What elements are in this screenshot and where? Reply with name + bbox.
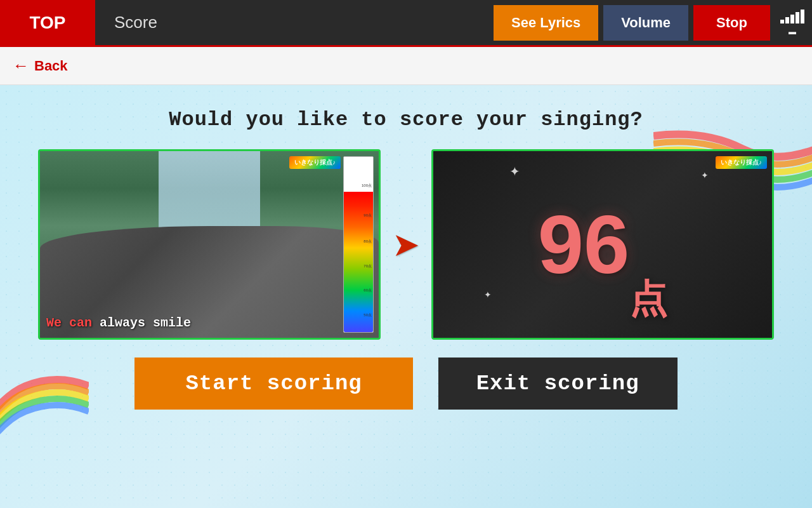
header: TOP Score See Lyrics Volume Stop ▬ — [0, 0, 812, 47]
top-button[interactable]: TOP — [0, 0, 95, 45]
volume-button[interactable]: Volume — [603, 5, 688, 41]
waterfall-scene — [40, 151, 379, 338]
score-tick-70: 70点 — [363, 264, 373, 269]
score-tick-100: 100点 — [362, 183, 373, 189]
question-text: Would you like to score your singing? — [169, 108, 643, 131]
score-tick-50: 50点 — [363, 312, 373, 318]
lyrics-highlighted: We can — [46, 316, 92, 330]
header-buttons: See Lyrics Volume Stop ▬ — [494, 5, 812, 41]
lyrics-plain: always smile — [92, 316, 191, 330]
right-video-card: ✦ ✦ ✦ 96 点 いきなり採点♪ — [431, 149, 774, 340]
sparkle-2: ✦ — [701, 170, 709, 180]
score-tick-90: 90点 — [363, 213, 373, 218]
back-arrow-icon: ← — [13, 56, 29, 76]
signal-bar-2 — [785, 17, 789, 23]
bottom-buttons: Start scoring Exit scoring — [134, 358, 677, 410]
right-badge: いきなり採点♪ — [716, 156, 767, 169]
signal-icon: ▬ — [775, 10, 804, 36]
signal-bar-5 — [801, 10, 804, 23]
signal-bar-4 — [796, 12, 799, 23]
stop-button[interactable]: Stop — [693, 5, 770, 41]
battery-icon: ▬ — [789, 27, 796, 36]
signal-bar-1 — [780, 20, 784, 23]
score-display: ✦ ✦ ✦ 96 点 — [433, 151, 772, 338]
see-lyrics-button[interactable]: See Lyrics — [494, 5, 598, 41]
start-scoring-button[interactable]: Start scoring — [134, 358, 412, 410]
back-label: Back — [34, 58, 68, 74]
main-content: Would you like to score your singing? 10… — [0, 85, 812, 508]
sparkle-3: ✦ — [484, 290, 492, 300]
back-link[interactable]: ← Back — [13, 56, 68, 76]
left-badge: いきなり採点♪ — [289, 156, 341, 169]
arrow-right-icon: ➤ — [392, 225, 420, 264]
score-tick-80: 80点 — [363, 239, 373, 244]
score-tick-60: 60点 — [363, 288, 373, 293]
exit-scoring-button[interactable]: Exit scoring — [438, 358, 678, 410]
score-label: Score — [95, 13, 494, 32]
signal-bar-3 — [790, 15, 794, 23]
rainbow-left-decoration — [0, 335, 89, 462]
score-unit: 点 — [629, 274, 667, 338]
signal-bars — [780, 10, 804, 23]
score-bar: 100点 90点 80点 70点 60点 50点 — [343, 156, 374, 333]
preview-area: 100点 90点 80点 70点 60点 50点 いきなり採点♪ We can … — [0, 149, 812, 340]
top-label: TOP — [29, 13, 65, 33]
sparkle-1: ✦ — [509, 164, 520, 179]
left-video-card: 100点 90点 80点 70点 60点 50点 いきなり採点♪ We can … — [38, 149, 381, 340]
back-bar: ← Back — [0, 47, 812, 85]
lyrics-text: We can always smile — [46, 316, 191, 330]
score-number: 96 — [538, 203, 630, 286]
